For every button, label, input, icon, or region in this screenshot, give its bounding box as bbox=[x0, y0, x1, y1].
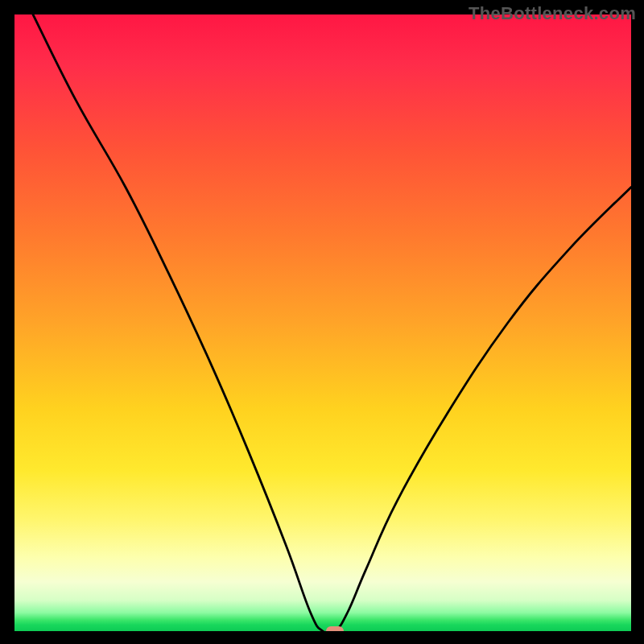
optimal-marker bbox=[326, 626, 344, 631]
watermark-text: TheBottleneck.com bbox=[469, 3, 636, 24]
chart-frame: TheBottleneck.com bbox=[0, 0, 644, 644]
curve-path bbox=[33, 14, 631, 631]
plot-area bbox=[14, 14, 631, 631]
bottleneck-curve bbox=[14, 14, 631, 631]
